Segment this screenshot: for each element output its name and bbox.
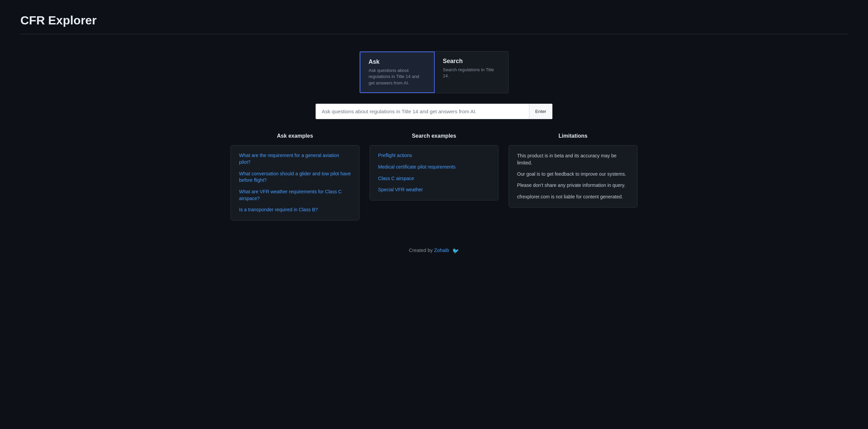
ask-examples-column: Ask examples What are the requirement fo… bbox=[231, 133, 359, 220]
search-example-2[interactable]: Class C airspace bbox=[378, 175, 490, 182]
search-input[interactable] bbox=[316, 104, 529, 119]
search-examples-box: Preflight actions Medical certificate pi… bbox=[370, 145, 498, 200]
ask-example-1[interactable]: What conversation should a glider and to… bbox=[239, 171, 351, 184]
ask-example-2[interactable]: What are VFR weather requirements for Cl… bbox=[239, 189, 351, 202]
tab-search-description: Search regulations in Title 14. bbox=[443, 67, 500, 79]
tab-search[interactable]: Search Search regulations in Title 14. bbox=[435, 52, 508, 93]
footer-text: Created by bbox=[409, 248, 434, 253]
search-bar-wrapper: Enter bbox=[315, 103, 553, 119]
tab-container: Ask Ask questions about regulations in T… bbox=[20, 51, 848, 93]
limitations-column: Limitations This product is in beta and … bbox=[509, 133, 637, 220]
enter-button[interactable]: Enter bbox=[529, 104, 553, 119]
search-example-1[interactable]: Medical certificate pilot requirements bbox=[378, 164, 490, 171]
search-examples-heading: Search examples bbox=[370, 133, 498, 139]
footer: Created by Zohaib 🐦 bbox=[20, 248, 848, 254]
search-bar-container: Enter bbox=[20, 103, 848, 119]
ask-examples-heading: Ask examples bbox=[231, 133, 359, 139]
limitation-3: cfrexplorer.com is not liable for conten… bbox=[517, 193, 629, 200]
tab-ask-description: Ask questions about regulations in Title… bbox=[369, 67, 426, 86]
limitations-heading: Limitations bbox=[509, 133, 637, 139]
tab-search-label: Search bbox=[443, 58, 500, 65]
footer-author-link[interactable]: Zohaib bbox=[434, 248, 449, 253]
examples-section: Ask examples What are the requirement fo… bbox=[231, 133, 637, 220]
limitation-1: Our goal is to get feedback to improve o… bbox=[517, 171, 629, 178]
tab-wrapper: Ask Ask questions about regulations in T… bbox=[359, 51, 509, 93]
twitter-icon: 🐦 bbox=[452, 248, 459, 254]
limitations-box: This product is in beta and its accuracy… bbox=[509, 145, 637, 208]
tab-ask[interactable]: Ask Ask questions about regulations in T… bbox=[360, 52, 435, 93]
ask-example-3[interactable]: Is a transponder required in Class B? bbox=[239, 207, 351, 213]
ask-examples-box: What are the requirement for a general a… bbox=[231, 145, 359, 220]
tab-ask-label: Ask bbox=[369, 58, 426, 65]
page-title: CFR Explorer bbox=[20, 14, 848, 27]
search-example-0[interactable]: Preflight actions bbox=[378, 152, 490, 159]
limitation-0: This product is in beta and its accuracy… bbox=[517, 152, 629, 167]
search-example-3[interactable]: Special VFR weather bbox=[378, 187, 490, 193]
limitation-2: Please don't share any private informati… bbox=[517, 182, 629, 189]
search-examples-column: Search examples Preflight actions Medica… bbox=[370, 133, 498, 220]
title-divider bbox=[20, 34, 848, 34]
ask-example-0[interactable]: What are the requirement for a general a… bbox=[239, 152, 351, 165]
